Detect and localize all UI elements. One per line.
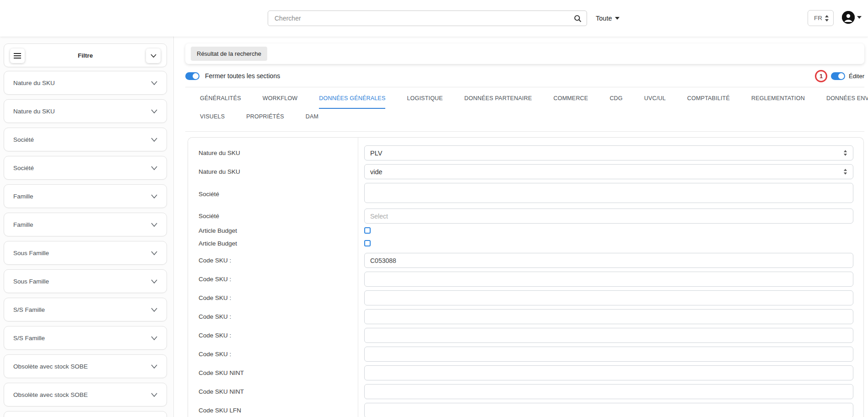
chevron-down-icon (151, 223, 157, 227)
field-label: Code SKU : (188, 294, 358, 301)
code-sku-input-2[interactable] (364, 272, 853, 287)
code-sku-input-3[interactable] (364, 290, 853, 305)
stepper-icon (825, 15, 829, 21)
tab-visuels[interactable]: VISUELS (200, 113, 225, 127)
user-avatar-icon (842, 11, 855, 24)
edit-toggle-label: Éditer (849, 73, 864, 80)
result-tab[interactable]: Résultat de la recherche (191, 47, 267, 61)
hamburger-icon (14, 53, 21, 59)
field-label: Nature du SKU (188, 150, 358, 156)
form-row-code-sku-nint-1: Code SKU NINT (188, 365, 863, 380)
caret-down-icon (857, 16, 862, 19)
filter-title: Filtre (78, 52, 93, 59)
filter-item-obsolete-2[interactable]: Obsolète avec stock SOBE (4, 383, 167, 406)
tab-uvc-ul[interactable]: UVC/UL (644, 95, 666, 109)
stepper-icon (843, 169, 847, 175)
filter-item-sous-famille-1[interactable]: Sous Famille (4, 241, 167, 265)
section-tabs-row-2: VISUELS PROPRIÉTÉS DAM (200, 113, 318, 127)
chevron-down-icon (151, 279, 157, 283)
field-label: Code SKU : (188, 332, 358, 339)
user-menu[interactable] (842, 11, 862, 24)
article-budget-checkbox-2[interactable] (364, 240, 371, 246)
code-sku-input-5[interactable] (364, 328, 853, 343)
tab-dam[interactable]: DAM (306, 113, 318, 127)
field-label: Code SKU : (188, 276, 358, 283)
tab-donnees-environnementales[interactable]: DONNÉES ENVIRONNEMENTALES (826, 95, 868, 109)
tab-proprietes[interactable]: PROPRIÉTÉS (246, 113, 284, 127)
filter-item-nature-du-sku-1[interactable]: Nature du SKU (4, 71, 167, 95)
tab-workflow[interactable]: WORKFLOW (263, 95, 298, 109)
result-tab-bar: Résultat de la recherche (185, 43, 864, 64)
nature-du-sku-select-1[interactable]: PLV (364, 145, 853, 160)
tab-cdg[interactable]: CDG (609, 95, 622, 109)
hamburger-menu-button[interactable] (10, 48, 25, 63)
form-row-code-sku-nint-2: Code SKU NINT (188, 384, 863, 399)
field-label: Nature du SKU (188, 168, 358, 175)
tab-logistique[interactable]: LOGISTIQUE (407, 95, 442, 109)
code-sku-input-4[interactable] (364, 309, 853, 324)
filter-item-sous-famille-2[interactable]: Sous Famille (4, 269, 167, 293)
form-row-article-budget-1: Article Budget (188, 227, 863, 234)
filter-item-societe-2[interactable]: Société (4, 156, 167, 180)
filter-item-famille-2[interactable]: Famille (4, 213, 167, 236)
close-all-sections-toggle[interactable] (185, 72, 199, 80)
search-icon[interactable] (573, 14, 587, 23)
form-row-code-sku-5: Code SKU : (188, 328, 863, 343)
filter-item-societe-1[interactable]: Société (4, 128, 167, 151)
edit-toggle[interactable] (831, 72, 845, 80)
language-select[interactable]: FR (808, 10, 834, 26)
form-row-nature-du-sku-1: Nature du SKU PLV (188, 145, 863, 160)
close-all-sections-label: Fermer toutes les sections (205, 72, 280, 80)
filter-item-famille-1[interactable]: Famille (4, 184, 167, 208)
nature-du-sku-select-2[interactable]: vide (364, 164, 853, 179)
collapse-filter-button[interactable] (146, 48, 161, 63)
divider (185, 131, 864, 132)
divider (185, 87, 864, 87)
code-sku-nint-input-2[interactable] (364, 384, 853, 399)
chevron-down-icon (151, 336, 157, 340)
tab-generalites[interactable]: GÉNÉRALITÉS (200, 95, 241, 109)
chevron-down-icon (151, 166, 157, 170)
filter-sidebar: Filtre Nature du SKU Nature du SKU Socié… (0, 37, 174, 417)
language-code: FR (814, 15, 822, 21)
tab-reglementation[interactable]: REGLEMENTATION (751, 95, 805, 109)
stepper-icon (843, 150, 847, 156)
tab-donnees-generales[interactable]: DONNÉES GÉNÉRALES (319, 95, 385, 109)
tab-donnees-partenaire[interactable]: DONNÉES PARTENAIRE (464, 95, 532, 109)
field-label: Société (188, 191, 358, 198)
code-sku-input-1[interactable] (364, 253, 853, 268)
societe-select-input[interactable] (364, 208, 853, 224)
field-label: Code SKU : (188, 257, 358, 264)
form-row-code-sku-1: Code SKU : (188, 253, 863, 268)
caret-down-icon (615, 17, 620, 20)
field-label: Code SKU LFN (188, 407, 358, 414)
societe-textarea[interactable] (364, 183, 853, 203)
chevron-down-icon (151, 194, 157, 198)
filter-item-obsolete-1[interactable]: Obsolète avec stock SOBE (4, 354, 167, 378)
global-search[interactable] (268, 11, 587, 26)
form-row-code-sku-2: Code SKU : (188, 272, 863, 287)
field-label: Société (188, 213, 358, 219)
code-sku-lfn-input[interactable] (364, 403, 853, 417)
field-label: Article Budget (188, 240, 358, 247)
filter-item-ss-famille-2[interactable]: S/S Famille (4, 326, 167, 350)
form-row-code-sku-4: Code SKU : (188, 309, 863, 324)
code-sku-input-6[interactable] (364, 347, 853, 362)
main-panel: Résultat de la recherche Fermer toutes l… (174, 37, 868, 417)
form-row-code-sku-lfn: Code SKU LFN (188, 403, 863, 417)
filter-header: Filtre (4, 43, 167, 67)
filter-item-ss-famille-1[interactable]: S/S Famille (4, 298, 167, 321)
code-sku-nint-input-1[interactable] (364, 365, 853, 380)
donnees-generales-form: Nature du SKU PLV Nature du SKU vide Soc… (188, 137, 864, 417)
search-scope-dropdown[interactable]: Toute (596, 11, 620, 26)
annotation-badge-1: 1 (815, 70, 827, 82)
tab-comptabilite[interactable]: COMPTABILITÉ (687, 95, 730, 109)
filter-item-partial[interactable] (4, 411, 167, 417)
chevron-down-icon (151, 54, 156, 58)
search-scope-label: Toute (596, 15, 612, 22)
filter-item-nature-du-sku-2[interactable]: Nature du SKU (4, 99, 167, 123)
tab-commerce[interactable]: COMMERCE (553, 95, 588, 109)
article-budget-checkbox-1[interactable] (364, 227, 371, 234)
search-input[interactable] (268, 11, 573, 26)
field-label: Code SKU : (188, 351, 358, 358)
